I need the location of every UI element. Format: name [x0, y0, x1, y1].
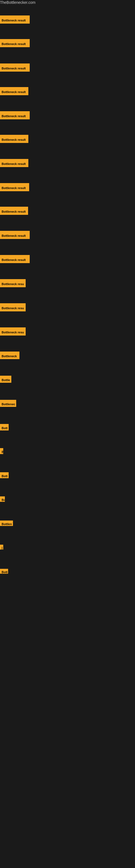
bottleneck-badge-4: Bottleneck result [0, 111, 30, 119]
bottleneck-badge-18: B [0, 448, 3, 454]
bottleneck-badge-2: Bottleneck result [0, 63, 30, 72]
bottleneck-item-16: Bottlenec [0, 400, 16, 408]
bottleneck-item-11: Bottleneck resu [0, 279, 26, 288]
bottleneck-item-4: Bottleneck result [0, 111, 30, 120]
bottleneck-badge-14: Bottleneck [0, 351, 19, 359]
bottleneck-badge-1: Bottleneck result [0, 39, 30, 47]
bottleneck-item-21: Bottlen [0, 521, 13, 527]
bottleneck-badge-15: Bottle [0, 376, 11, 383]
bottleneck-item-15: Bottle [0, 376, 11, 384]
bottleneck-item-23: Bott [0, 569, 8, 575]
bottleneck-badge-12: Bottleneck resu [0, 303, 26, 311]
bottleneck-badge-5: Bottleneck result [0, 135, 28, 143]
bottleneck-badge-6: Bottleneck result [0, 159, 28, 167]
bottleneck-badge-9: Bottleneck result [0, 231, 30, 239]
bottleneck-item-2: Bottleneck result [0, 63, 30, 73]
bottleneck-item-20: Bo [0, 496, 5, 503]
bottleneck-badge-22: | [0, 545, 3, 550]
bottleneck-item-18: B [0, 448, 3, 455]
bottleneck-item-8: Bottleneck result [0, 207, 28, 216]
bottleneck-item-5: Bottleneck result [0, 135, 28, 144]
site-header: TheBottlenecker.com [0, 0, 135, 5]
bottleneck-badge-0: Bottleneck result [0, 16, 30, 24]
bottleneck-item-10: Bottleneck result [0, 255, 30, 264]
bottleneck-badge-19: Bott [0, 472, 9, 478]
bottleneck-item-17: Bott [0, 424, 9, 432]
bottleneck-badge-20: Bo [0, 496, 5, 502]
bottleneck-badge-21: Bottlen [0, 521, 13, 526]
bottleneck-item-22: | [0, 545, 3, 551]
bottleneck-item-1: Bottleneck result [0, 39, 30, 48]
bottleneck-badge-13: Bottleneck resu [0, 328, 26, 336]
bottleneck-item-0: Bottleneck result [0, 16, 30, 25]
bottleneck-item-19: Bott [0, 472, 9, 479]
bottleneck-item-3: Bottleneck result [0, 87, 28, 96]
bottleneck-badge-16: Bottlenec [0, 400, 16, 407]
bottleneck-item-13: Bottleneck resu [0, 328, 26, 337]
bottleneck-badge-23: Bott [0, 569, 8, 574]
bottleneck-badge-8: Bottleneck result [0, 207, 28, 215]
bottleneck-badge-11: Bottleneck resu [0, 279, 26, 287]
bottleneck-badge-7: Bottleneck result [0, 183, 29, 191]
bottleneck-item-9: Bottleneck result [0, 231, 30, 240]
bottleneck-item-14: Bottleneck [0, 351, 19, 360]
bottleneck-item-7: Bottleneck result [0, 183, 29, 192]
bottleneck-badge-3: Bottleneck result [0, 87, 28, 95]
bottleneck-badge-17: Bott [0, 424, 9, 431]
bottleneck-item-12: Bottleneck resu [0, 303, 26, 312]
bottleneck-badge-10: Bottleneck result [0, 255, 30, 263]
bottleneck-item-6: Bottleneck result [0, 159, 28, 168]
